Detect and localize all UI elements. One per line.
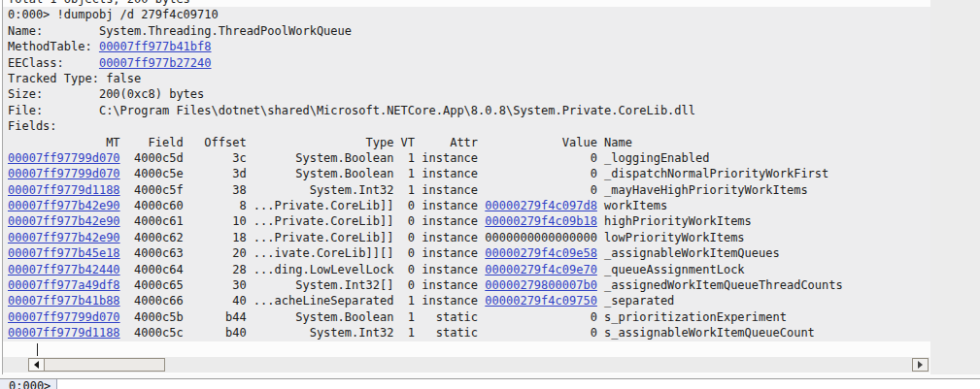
scrollbar-thumb[interactable]	[44, 358, 165, 372]
value-address-link[interactable]: 00000279f4c09750	[485, 294, 597, 308]
object-info-line: Fields:	[3, 118, 930, 134]
field-row: 00007ff97799d070 4000c5b b44 System.Bool…	[3, 309, 930, 325]
address-link[interactable]: 00007ff977b41bf8	[99, 40, 212, 53]
field-row: 00007ff977b42e90 4000c61 10 ...Private.C…	[3, 213, 930, 229]
field-row: 00007ff97799d070 4000c5e 3d System.Boole…	[3, 166, 930, 181]
methodtable-address-link[interactable]: 00007ff977b41b88	[8, 294, 120, 308]
debugger-output-pane[interactable]: Total 1 objects, 200 bytes 0:000> !dumpo…	[3, 0, 930, 374]
fields-table-header: MT Field Offset Type VT Attr Value Name	[3, 135, 930, 150]
object-info-line: Size: 200(0xc8) bytes	[3, 86, 930, 102]
object-info-line: File: C:\Program Files\dotnet\shared\Mic…	[3, 103, 930, 118]
command-output-block: 0:000> !dumpobj /d 279f4c09710 Name: Sys…	[3, 7, 930, 340]
field-row: 00007ff977b41b88 4000c66 40 ...acheLineS…	[3, 293, 930, 308]
object-info-line: Tracked Type: false	[3, 71, 930, 86]
field-row: 00007ff9779d1188 4000c5f 38 System.Int32…	[3, 182, 930, 198]
object-info-line: MethodTable: 00007ff977b41bf8	[3, 39, 930, 54]
blank-output-line	[3, 341, 930, 357]
fields-table-rows: 00007ff97799d070 4000c5d 3c System.Boole…	[3, 150, 930, 341]
field-row: 00007ff977b45e18 4000c63 20 ...ivate.Cor…	[3, 245, 930, 261]
field-row: 00007ff977b42e90 4000c62 18 ...Private.C…	[3, 230, 930, 245]
command-input[interactable]	[57, 379, 980, 389]
methodtable-address-link[interactable]: 00007ff97799d070	[8, 167, 120, 180]
methodtable-address-link[interactable]: 00007ff97799d070	[8, 310, 120, 324]
field-row: 00007ff97799d070 4000c5d 3c System.Boole…	[3, 150, 930, 166]
output-line-total: Total 1 objects, 200 bytes	[3, 0, 930, 7]
methodtable-address-link[interactable]: 00007ff977b42e90	[8, 214, 120, 228]
methodtable-address-link[interactable]: 00007ff9779d1188	[8, 326, 120, 340]
output-text: Total 1 objects, 200 bytes 0:000> !dumpo…	[3, 0, 930, 357]
command-echo-line: 0:000> !dumpobj /d 279f4c09710	[3, 7, 930, 22]
field-row: 00007ff977b42440 4000c64 28 ...ding.LowL…	[3, 262, 930, 277]
methodtable-address-link[interactable]: 00007ff97799d070	[8, 151, 120, 165]
scroll-left-icon	[34, 361, 39, 369]
text-caret	[37, 343, 38, 356]
value-address-link[interactable]: 00000279f4c09b18	[485, 214, 597, 228]
address-link[interactable]: 00007ff977b27240	[99, 56, 212, 70]
object-info-section: Name: System.Threading.ThreadPoolWorkQue…	[3, 23, 930, 135]
methodtable-address-link[interactable]: 00007ff977b42440	[8, 263, 120, 276]
methodtable-address-link[interactable]: 00007ff9779d1188	[8, 183, 120, 197]
scroll-right-icon	[918, 361, 923, 369]
command-bar: 0:000>	[0, 378, 980, 389]
field-row: 00007ff977b42e90 4000c60 8 ...Private.Co…	[3, 198, 930, 213]
methodtable-address-link[interactable]: 00007ff977b42e90	[8, 231, 120, 244]
methodtable-address-link[interactable]: 00007ff977b42e90	[8, 199, 120, 212]
methodtable-address-link[interactable]: 00007ff977a49df8	[8, 278, 120, 292]
scroll-left-button[interactable]	[28, 358, 45, 372]
object-info-line: Name: System.Threading.ThreadPoolWorkQue…	[3, 23, 930, 39]
methodtable-address-link[interactable]: 00007ff977b45e18	[8, 246, 120, 260]
value-address-link[interactable]: 00000279f4c09e58	[485, 246, 597, 260]
field-row: 00007ff977a49df8 4000c65 30 System.Int32…	[3, 277, 930, 293]
scroll-right-button[interactable]	[912, 358, 929, 372]
field-row: 00007ff9779d1188 4000c5c b40 System.Int3…	[3, 325, 930, 340]
horizontal-scrollbar[interactable]	[3, 357, 929, 373]
command-prompt-label: 0:000>	[0, 379, 57, 389]
value-address-link[interactable]: 00000279800007b0	[485, 278, 597, 292]
object-info-line: EEClass: 00007ff977b27240	[3, 55, 930, 71]
value-address-link[interactable]: 00000279f4c097d8	[485, 199, 597, 212]
value-address-link[interactable]: 00000279f4c09e70	[485, 263, 597, 276]
